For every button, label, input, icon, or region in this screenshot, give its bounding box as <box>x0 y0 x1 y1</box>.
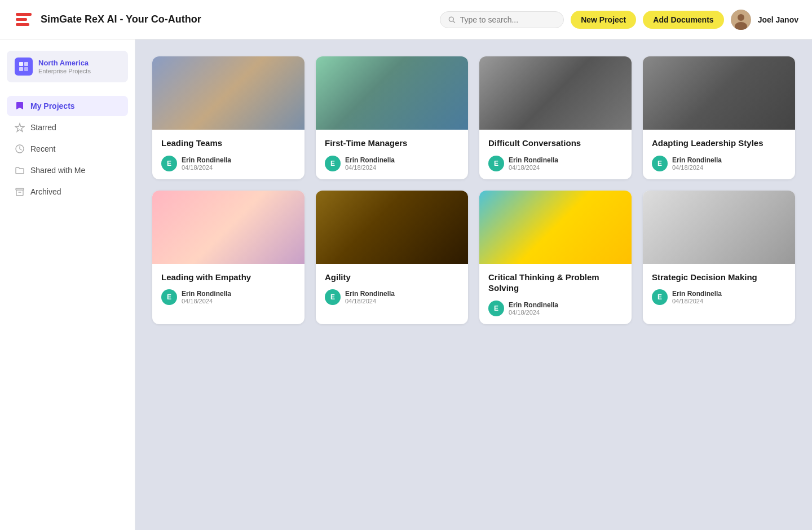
card-title-adapting-leadership-styles: Adapting Leadership Styles <box>652 138 786 149</box>
svg-rect-12 <box>24 67 28 71</box>
author-avatar-strategic-decision-making: E <box>652 289 668 305</box>
nav-my-projects-label: My Projects <box>30 101 75 111</box>
author-info-difficult-conversations: Erin Rondinella 04/18/2024 <box>509 156 558 171</box>
author-avatar-adapting-leadership-styles: E <box>652 156 668 171</box>
card-author-adapting-leadership-styles: E Erin Rondinella 04/18/2024 <box>652 156 786 171</box>
add-documents-button[interactable]: Add Documents <box>643 11 723 29</box>
card-author-agility: E Erin Rondinella 04/18/2024 <box>325 289 459 305</box>
sidebar-item-starred[interactable]: Starred <box>7 117 128 138</box>
author-avatar-agility: E <box>325 289 341 305</box>
card-body-agility: Agility E Erin Rondinella 04/18/2024 <box>316 264 468 313</box>
author-date-adapting-leadership-styles: 04/18/2024 <box>672 164 722 171</box>
svg-rect-2 <box>16 18 27 21</box>
card-body-leading-teams: Leading Teams E Erin Rondinella 04/18/20… <box>152 130 304 179</box>
author-name-difficult-conversations: Erin Rondinella <box>509 156 558 164</box>
workspace-icon <box>15 58 33 76</box>
card-title-critical-thinking: Critical Thinking & Problem Solving <box>488 272 623 294</box>
user-avatar-image <box>731 10 751 30</box>
author-date-first-time-managers: 04/18/2024 <box>345 164 395 171</box>
author-info-first-time-managers: Erin Rondinella 04/18/2024 <box>345 156 395 171</box>
workspace-name: North America <box>38 59 91 68</box>
new-project-button[interactable]: New Project <box>571 11 636 29</box>
card-body-difficult-conversations: Difficult Conversations E Erin Rondinell… <box>479 130 632 179</box>
card-title-difficult-conversations: Difficult Conversations <box>488 138 623 149</box>
card-body-first-time-managers: First-Time Managers E Erin Rondinella 04… <box>316 130 468 179</box>
workspace-info: North America Enterprise Projects <box>38 59 91 75</box>
projects-grid: Leading Teams E Erin Rondinella 04/18/20… <box>152 56 795 324</box>
card-image-leading-with-empathy <box>152 191 304 264</box>
card-title-leading-with-empathy: Leading with Empathy <box>161 272 295 283</box>
svg-point-7 <box>738 14 744 21</box>
author-name-critical-thinking: Erin Rondinella <box>509 301 558 309</box>
author-name-adapting-leadership-styles: Erin Rondinella <box>672 156 722 164</box>
workspace-card[interactable]: North America Enterprise Projects <box>7 51 128 82</box>
card-title-agility: Agility <box>325 272 459 283</box>
svg-rect-9 <box>19 62 23 66</box>
card-title-strategic-decision-making: Strategic Decision Making <box>652 272 786 283</box>
clock-icon <box>15 144 25 154</box>
author-date-leading-teams: 04/18/2024 <box>182 164 231 171</box>
header-actions: New Project Add Documents Joel Janov <box>440 10 798 30</box>
app-layout: North America Enterprise Projects My Pro… <box>0 39 812 530</box>
author-date-critical-thinking: 04/18/2024 <box>509 309 558 316</box>
project-card-strategic-decision-making[interactable]: Strategic Decision Making E Erin Rondine… <box>643 191 795 324</box>
logo[interactable]: SimGate ReX AI - Your Co-Author <box>14 10 201 30</box>
sidebar-item-my-projects[interactable]: My Projects <box>7 96 128 116</box>
logo-icon <box>14 10 34 30</box>
bookmark-icon <box>15 101 25 111</box>
author-avatar-first-time-managers: E <box>325 156 341 171</box>
archive-icon <box>15 187 25 197</box>
card-image-leading-teams <box>152 56 304 130</box>
card-image-strategic-decision-making <box>643 191 795 264</box>
nav-recent-label: Recent <box>30 144 55 153</box>
author-info-critical-thinking: Erin Rondinella 04/18/2024 <box>509 301 558 316</box>
author-avatar-leading-teams: E <box>161 156 177 171</box>
project-card-leading-with-empathy[interactable]: Leading with Empathy E Erin Rondinella 0… <box>152 191 304 324</box>
search-input[interactable] <box>460 15 556 24</box>
project-card-first-time-managers[interactable]: First-Time Managers E Erin Rondinella 04… <box>316 56 468 179</box>
card-body-strategic-decision-making: Strategic Decision Making E Erin Rondine… <box>643 264 795 313</box>
card-author-first-time-managers: E Erin Rondinella 04/18/2024 <box>325 156 459 171</box>
sidebar-nav: My Projects Starred Recent Shared <box>7 96 128 202</box>
card-title-leading-teams: Leading Teams <box>161 138 295 149</box>
author-info-agility: Erin Rondinella 04/18/2024 <box>345 290 395 304</box>
card-author-leading-with-empathy: E Erin Rondinella 04/18/2024 <box>161 289 295 305</box>
card-author-critical-thinking: E Erin Rondinella 04/18/2024 <box>488 301 623 316</box>
card-body-adapting-leadership-styles: Adapting Leadership Styles E Erin Rondin… <box>643 130 795 179</box>
app-header: SimGate ReX AI - Your Co-Author New Proj… <box>0 0 812 39</box>
project-card-critical-thinking[interactable]: Critical Thinking & Problem Solving E Er… <box>479 191 632 324</box>
nav-archived-label: Archived <box>30 187 61 196</box>
user-name: Joel Janov <box>758 15 798 24</box>
card-image-difficult-conversations <box>479 56 632 130</box>
author-info-leading-with-empathy: Erin Rondinella 04/18/2024 <box>182 290 231 304</box>
sidebar-item-recent[interactable]: Recent <box>7 139 128 159</box>
card-title-first-time-managers: First-Time Managers <box>325 138 459 149</box>
sidebar-item-archived[interactable]: Archived <box>7 182 128 202</box>
project-card-difficult-conversations[interactable]: Difficult Conversations E Erin Rondinell… <box>479 56 632 179</box>
card-image-agility <box>316 191 468 264</box>
nav-starred-label: Starred <box>30 123 56 132</box>
project-card-leading-teams[interactable]: Leading Teams E Erin Rondinella 04/18/20… <box>152 56 304 179</box>
author-info-leading-teams: Erin Rondinella 04/18/2024 <box>182 156 231 171</box>
author-name-agility: Erin Rondinella <box>345 290 395 298</box>
search-icon <box>448 16 455 24</box>
sidebar: North America Enterprise Projects My Pro… <box>0 39 135 530</box>
author-info-strategic-decision-making: Erin Rondinella 04/18/2024 <box>672 290 722 304</box>
author-name-strategic-decision-making: Erin Rondinella <box>672 290 722 298</box>
project-card-adapting-leadership-styles[interactable]: Adapting Leadership Styles E Erin Rondin… <box>643 56 795 179</box>
search-bar[interactable] <box>440 11 564 28</box>
project-card-agility[interactable]: Agility E Erin Rondinella 04/18/2024 <box>316 191 468 324</box>
card-author-strategic-decision-making: E Erin Rondinella 04/18/2024 <box>652 289 786 305</box>
card-image-adapting-leadership-styles <box>643 56 795 130</box>
nav-shared-label: Shared with Me <box>30 166 85 175</box>
author-date-strategic-decision-making: 04/18/2024 <box>672 298 722 304</box>
sidebar-item-shared[interactable]: Shared with Me <box>7 160 128 180</box>
card-author-leading-teams: E Erin Rondinella 04/18/2024 <box>161 156 295 171</box>
star-icon <box>15 122 25 132</box>
author-date-difficult-conversations: 04/18/2024 <box>509 164 558 171</box>
card-body-critical-thinking: Critical Thinking & Problem Solving E Er… <box>479 264 632 324</box>
svg-rect-1 <box>16 13 32 16</box>
app-title: SimGate ReX AI - Your Co-Author <box>41 14 201 25</box>
svg-rect-11 <box>19 67 23 71</box>
card-image-critical-thinking <box>479 191 632 264</box>
